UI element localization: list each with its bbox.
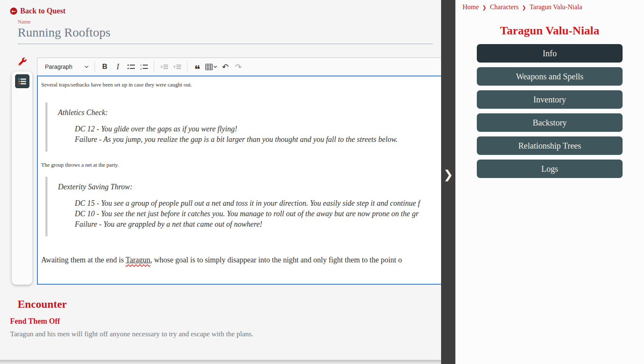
paragraph-style-dropdown[interactable]: Paragraph xyxy=(42,60,91,73)
svg-text:2: 2 xyxy=(140,68,142,70)
undo-icon: ↶ xyxy=(222,62,229,71)
horizontal-scrollbar[interactable] xyxy=(0,360,441,364)
character-nav: Info Weapons and Spells Inventory Backst… xyxy=(477,44,623,178)
editor-paragraph: Several traps/setbacks have been set up … xyxy=(41,81,441,88)
svg-text:1: 1 xyxy=(140,64,142,66)
blockquote-line: Failure - You are grappled by a net that… xyxy=(75,219,441,230)
rich-text-editor: Paragraph B I xyxy=(37,58,441,285)
chevron-down-icon xyxy=(84,65,89,68)
outline-toggle-button[interactable] xyxy=(15,74,29,88)
numbered-list-icon: 1 2 xyxy=(140,64,148,70)
blockquote-line: DC 12 - You glide over the gaps as if yo… xyxy=(75,124,441,134)
bulleted-list-icon xyxy=(127,64,135,70)
name-field-label: Name xyxy=(18,18,31,25)
back-to-quest-label: Back to Quest xyxy=(20,7,66,16)
redo-button[interactable]: ↷ xyxy=(232,60,245,73)
editor-paragraph: Awaiting them at the end is Taragun, who… xyxy=(41,256,441,264)
undo-button[interactable]: ↶ xyxy=(219,60,232,73)
character-sidebar: Home ❯ Characters ❯ Taragun Valu-Niala T… xyxy=(455,0,644,364)
character-title: Taragun Valu-Niala xyxy=(455,24,644,37)
nav-button-backstory[interactable]: Backstory xyxy=(477,113,623,132)
collapse-panel-button[interactable]: ❯ xyxy=(441,165,455,183)
paragraph-style-value: Paragraph xyxy=(45,63,72,70)
italic-icon: I xyxy=(117,63,119,71)
back-to-quest-link[interactable]: ← Back to Quest xyxy=(10,7,66,16)
block-quote-button[interactable]: ❝ xyxy=(191,60,204,73)
chevron-right-icon: ❯ xyxy=(482,4,486,10)
redo-icon: ↷ xyxy=(235,62,242,71)
arrow-circle-left-icon: ← xyxy=(10,8,17,15)
quest-editor-pane: ← Back to Quest Name Paragraph xyxy=(0,0,441,364)
blockquote-title: Athletics Check: xyxy=(58,108,441,117)
nav-button-relationship-trees[interactable]: Relationship Trees xyxy=(477,136,623,155)
dexterity-save-blockquote: Dexterity Saving Throw: DC 15 - You see … xyxy=(45,177,441,236)
list-icon xyxy=(18,79,26,84)
indent-button[interactable] xyxy=(158,60,171,73)
wrench-icon[interactable] xyxy=(18,58,26,65)
encounter-name[interactable]: Fend Them Off xyxy=(10,317,60,326)
editor-toolbar: Paragraph B I xyxy=(37,58,441,76)
chevron-right-icon: ❯ xyxy=(522,4,526,10)
outdent-button[interactable] xyxy=(171,60,184,73)
panel-divider: ❯ xyxy=(441,0,455,364)
bold-button[interactable]: B xyxy=(98,60,111,73)
encounter-section-heading: Encounter xyxy=(18,298,67,311)
bold-icon: B xyxy=(102,63,107,71)
nav-button-logs[interactable]: Logs xyxy=(477,160,623,178)
insert-table-button[interactable] xyxy=(204,64,219,70)
nav-button-weapons-and-spells[interactable]: Weapons and Spells xyxy=(477,67,623,86)
bulleted-list-button[interactable] xyxy=(124,60,137,73)
toolbar-separator xyxy=(154,61,154,72)
breadcrumb: Home ❯ Characters ❯ Taragun Valu-Niala xyxy=(455,0,644,11)
quest-name-input[interactable] xyxy=(18,25,433,44)
toolbar-separator xyxy=(95,61,95,72)
toolbar-separator xyxy=(187,61,187,72)
misspelled-word: Taragun xyxy=(126,256,150,264)
block-quote-icon: ❝ xyxy=(195,67,200,71)
athletics-check-blockquote: Athletics Check: DC 12 - You glide over … xyxy=(45,102,441,152)
blockquote-line: DC 15 - You see a group of people pull o… xyxy=(75,198,441,209)
editor-content[interactable]: Several traps/setbacks have been set up … xyxy=(37,76,441,285)
numbered-list-button[interactable]: 1 2 xyxy=(137,60,150,73)
italic-button[interactable]: I xyxy=(111,60,124,73)
blockquote-line: Failure - As you jump, you realize the g… xyxy=(75,134,441,145)
outdent-icon xyxy=(173,64,181,70)
breadcrumb-characters[interactable]: Characters xyxy=(490,3,518,11)
indent-icon xyxy=(160,64,168,70)
editor-side-rail xyxy=(12,71,32,285)
blockquote-line: DC 10 - You see the net just before it c… xyxy=(75,209,441,219)
chevron-right-icon: ❯ xyxy=(443,168,453,181)
breadcrumb-home[interactable]: Home xyxy=(463,3,479,11)
app-root: ← Back to Quest Name Paragraph xyxy=(0,0,644,364)
breadcrumb-current[interactable]: Taragun Valu-Niala xyxy=(530,3,582,11)
encounter-description: Taragun and his men will fight off anyon… xyxy=(10,330,253,338)
blockquote-title: Dexterity Saving Throw: xyxy=(58,183,441,191)
insert-table-icon xyxy=(205,64,213,70)
nav-button-info[interactable]: Info xyxy=(477,44,623,63)
nav-button-inventory[interactable]: Inventory xyxy=(477,90,623,109)
chevron-down-icon xyxy=(213,65,217,68)
editor-paragraph: The group throws a net at the party. xyxy=(41,162,441,168)
